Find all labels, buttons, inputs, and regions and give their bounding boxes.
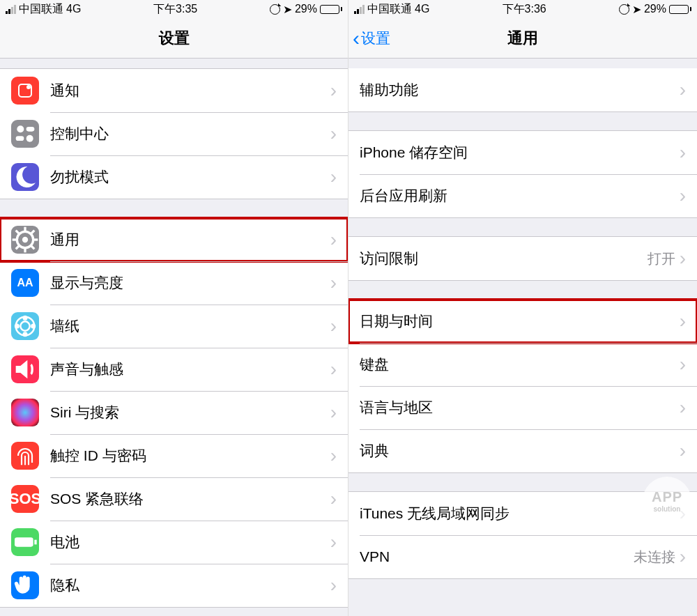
page-title: 通用 — [348, 28, 697, 49]
status-bar: 中国联通 4G 下午3:35 ➤ 29% — [0, 0, 348, 18]
row-label: iPhone 储存空间 — [360, 143, 680, 162]
row-dictionary[interactable]: 词典 › — [348, 429, 697, 472]
chevron-right-icon: › — [330, 446, 337, 465]
nav-header: 设置 — [0, 18, 348, 59]
row-label: 键盘 — [360, 355, 680, 374]
svg-rect-4 — [16, 136, 24, 141]
row-label: 语言与地区 — [360, 398, 680, 417]
general-list[interactable]: 辅助功能 › iPhone 储存空间 › 后台应用刷新 › 访问限制 打开 — [348, 59, 697, 616]
chevron-right-icon: › — [680, 80, 686, 100]
settings-screen: 中国联通 4G 下午3:35 ➤ 29% 设置 通知 › — [0, 0, 348, 616]
row-label: VPN — [360, 548, 634, 565]
row-label: 墙纸 — [50, 316, 330, 336]
page-title: 设置 — [0, 28, 348, 49]
row-siri[interactable]: Siri 与搜索 › — [0, 391, 348, 434]
battery-icon — [669, 5, 691, 14]
network-label: 4G — [66, 3, 81, 15]
signal-icon — [6, 5, 16, 14]
hand-icon — [11, 571, 39, 599]
row-bg-refresh[interactable]: 后台应用刷新 › — [348, 174, 697, 217]
chevron-right-icon: › — [330, 316, 337, 336]
row-label: 后台应用刷新 — [360, 186, 680, 206]
chevron-right-icon: › — [680, 355, 686, 374]
chevron-right-icon: › — [330, 230, 337, 249]
row-date-time[interactable]: 日期与时间 › — [348, 300, 697, 343]
svg-line-13 — [31, 245, 34, 249]
clock-label: 下午3:36 — [503, 2, 546, 17]
svg-line-15 — [31, 231, 34, 234]
row-sounds[interactable]: 声音与触感 › — [0, 348, 348, 391]
chevron-right-icon: › — [680, 504, 686, 523]
row-privacy[interactable]: 隐私 › — [0, 564, 348, 607]
speaker-icon — [11, 355, 39, 383]
battery-pct: 29% — [295, 3, 317, 15]
row-touchid[interactable]: 触控 ID 与密码 › — [0, 434, 348, 477]
fingerprint-icon — [11, 442, 39, 470]
chevron-right-icon: › — [680, 143, 686, 162]
svg-point-21 — [31, 325, 35, 328]
location-icon: ➤ — [283, 3, 292, 16]
row-label: 访问限制 — [360, 249, 648, 268]
svg-point-19 — [24, 332, 27, 336]
chevron-right-icon: › — [680, 249, 686, 268]
chevron-right-icon: › — [680, 441, 686, 461]
row-do-not-disturb[interactable]: 勿扰模式 › — [0, 155, 348, 199]
chevron-right-icon: › — [330, 124, 337, 144]
svg-point-5 — [26, 135, 33, 142]
moon-icon — [11, 163, 39, 191]
network-label: 4G — [415, 3, 429, 15]
svg-point-7 — [22, 237, 28, 242]
row-label: 通用 — [50, 230, 330, 249]
row-general[interactable]: 通用 › — [0, 218, 348, 261]
battery-icon — [11, 528, 39, 556]
row-label: 触控 ID 与密码 — [50, 446, 330, 465]
sync-icon — [619, 4, 629, 15]
chevron-right-icon: › — [330, 81, 337, 100]
svg-point-20 — [15, 325, 19, 328]
svg-point-18 — [24, 316, 27, 320]
svg-line-14 — [16, 245, 20, 249]
chevron-right-icon: › — [330, 360, 337, 379]
row-lang-region[interactable]: 语言与地区 › — [348, 386, 697, 429]
chevron-right-icon: › — [330, 489, 337, 509]
row-restrictions[interactable]: 访问限制 打开 › — [348, 237, 697, 280]
row-label: iTunes 无线局域网同步 — [360, 504, 680, 523]
svg-point-1 — [26, 85, 31, 89]
row-control-center[interactable]: 控制中心 › — [0, 112, 348, 155]
back-button[interactable]: ‹ 设置 — [348, 28, 390, 49]
chevron-right-icon: › — [330, 403, 337, 422]
row-storage[interactable]: iPhone 储存空间 › — [348, 131, 697, 174]
row-battery[interactable]: 电池 › — [0, 521, 348, 564]
row-sos[interactable]: SOS SOS 紧急联络 › — [0, 477, 348, 521]
row-label: Siri 与搜索 — [50, 403, 330, 422]
row-detail: 未连接 — [634, 548, 675, 567]
svg-rect-3 — [26, 127, 35, 132]
row-label: 词典 — [360, 441, 680, 461]
row-label: 通知 — [50, 81, 330, 100]
back-label: 设置 — [361, 29, 390, 48]
row-notifications[interactable]: 通知 › — [0, 69, 348, 112]
sync-icon — [270, 4, 280, 15]
settings-list[interactable]: 通知 › 控制中心 › 勿扰模式 › 通用 › — [0, 59, 348, 616]
chevron-right-icon: › — [680, 398, 686, 417]
chevron-right-icon: › — [330, 273, 337, 293]
svg-point-17 — [20, 321, 29, 330]
row-itunes-wifi-sync[interactable]: iTunes 无线局域网同步 › — [348, 492, 697, 535]
row-wallpaper[interactable]: 墙纸 › — [0, 305, 348, 348]
carrier-label: 中国联通 — [19, 2, 63, 17]
row-keyboard[interactable]: 键盘 › — [348, 343, 697, 386]
row-vpn[interactable]: VPN 未连接 › — [348, 535, 697, 578]
row-label: 电池 — [50, 532, 330, 552]
row-label: 声音与触感 — [50, 360, 330, 379]
row-accessibility[interactable]: 辅助功能 › — [348, 68, 697, 111]
row-label: 日期与时间 — [360, 311, 680, 331]
carrier-label: 中国联通 — [367, 2, 412, 17]
location-icon: ➤ — [632, 3, 641, 16]
svg-line-12 — [16, 231, 20, 234]
row-display[interactable]: AA 显示与亮度 › — [0, 261, 348, 305]
chevron-right-icon: › — [330, 532, 337, 552]
row-label: 控制中心 — [50, 124, 330, 144]
battery-icon — [320, 5, 342, 14]
chevron-right-icon: › — [680, 547, 686, 567]
notifications-icon — [11, 77, 39, 105]
